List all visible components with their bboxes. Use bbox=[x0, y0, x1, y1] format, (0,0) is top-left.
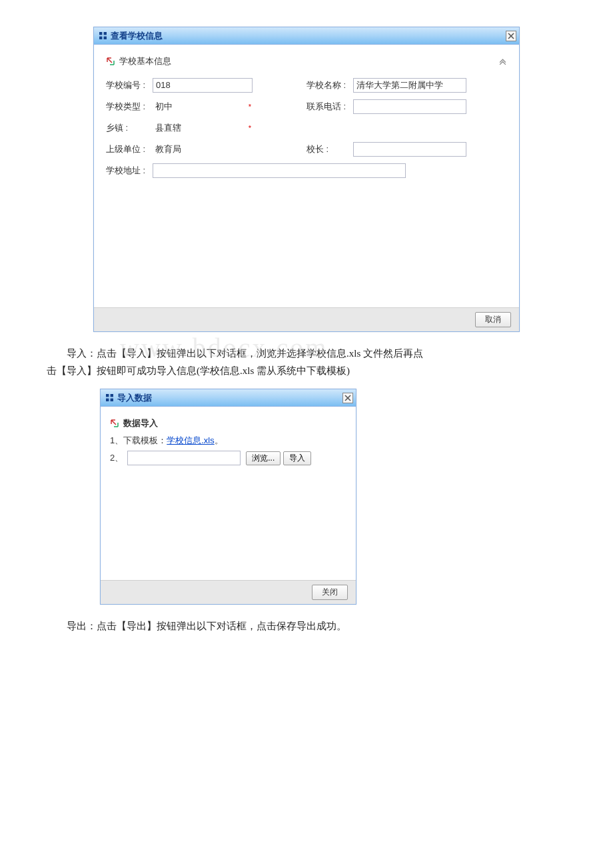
required-mark: * bbox=[247, 103, 253, 111]
value-superior: 教育局 bbox=[153, 142, 253, 157]
dialog-body: 数据导入 1、下载模板： 学校信息.xls 。 2、 浏览... 导入 bbox=[101, 407, 356, 580]
dialog-footer: 取消 bbox=[94, 307, 519, 331]
label-school-no: 学校编号 : bbox=[106, 79, 153, 91]
form-row: 学校类型 : 初中 * 联系电话 : bbox=[106, 99, 507, 114]
close-button[interactable]: 关闭 bbox=[312, 585, 348, 600]
form-area: 学校编号 : 018 学校名称 : 学校类型 : 初中 * 联系电话 : bbox=[106, 73, 507, 299]
input-principal[interactable] bbox=[353, 142, 466, 157]
instruction-text-export: 导出：点击【导出】按钮弹出以下对话框，点击保存导出成功。 bbox=[47, 618, 566, 635]
form-row: 学校编号 : 018 学校名称 : bbox=[106, 78, 507, 93]
dialog-title: 查看学校信息 bbox=[111, 30, 506, 42]
file-path-input[interactable] bbox=[127, 451, 241, 465]
svg-rect-0 bbox=[99, 32, 102, 35]
paragraph-line: 导入：点击【导入】按钮弹出以下对话框，浏览并选择学校信息.xls 文件然后再点 bbox=[67, 348, 423, 359]
dialog-titlebar: 导入数据 bbox=[101, 389, 356, 407]
label-township: 乡镇 : bbox=[106, 122, 153, 134]
close-icon[interactable] bbox=[342, 393, 353, 403]
expand-arrow-icon bbox=[110, 419, 119, 428]
input-school-name[interactable] bbox=[353, 78, 466, 93]
expand-arrow-icon bbox=[106, 57, 115, 66]
import-data-dialog: 导入数据 数据导入 1、下载模板： 学校信息.xls 。 2、 浏览... 导入… bbox=[100, 389, 356, 605]
cancel-button[interactable]: 取消 bbox=[475, 312, 511, 327]
dialog-body: 学校基本信息 学校编号 : 018 学校名称 : 学校类型 : 初中 bbox=[94, 45, 519, 307]
form-row: 学校地址 : bbox=[106, 163, 507, 178]
svg-rect-6 bbox=[106, 394, 109, 397]
dialog-title: 导入数据 bbox=[117, 392, 342, 404]
svg-rect-7 bbox=[111, 394, 113, 397]
paragraph-line: 击【导入】按钮即可成功导入信息(学校信息.xls 需从系统中下载模板) bbox=[47, 365, 350, 376]
label-phone: 联系电话 : bbox=[306, 101, 353, 113]
input-address[interactable] bbox=[153, 163, 406, 178]
section-title: 数据导入 bbox=[123, 417, 346, 429]
svg-rect-8 bbox=[106, 399, 109, 401]
form-row: 上级单位 : 教育局 校长 : bbox=[106, 142, 507, 157]
close-icon[interactable] bbox=[506, 31, 516, 41]
template-download-line: 1、下载模板： 学校信息.xls 。 bbox=[110, 435, 346, 447]
field-principal: 校长 : bbox=[306, 142, 507, 157]
section-header: 学校基本信息 bbox=[106, 53, 507, 73]
value-school-no: 018 bbox=[153, 78, 253, 93]
svg-rect-3 bbox=[104, 37, 107, 39]
instruction-text-import: 导入：点击【导入】按钮弹出以下对话框，浏览并选择学校信息.xls 文件然后再点 … bbox=[47, 345, 566, 379]
label-school-name: 学校名称 : bbox=[306, 79, 353, 91]
collapse-icon[interactable] bbox=[498, 57, 507, 66]
section-title: 学校基本信息 bbox=[119, 55, 498, 67]
field-address: 学校地址 : bbox=[106, 163, 507, 178]
file-upload-line: 2、 浏览... 导入 bbox=[110, 451, 346, 465]
value-township: 县直辖 bbox=[153, 121, 247, 135]
label-address: 学校地址 : bbox=[106, 165, 153, 177]
label-superior: 上级单位 : bbox=[106, 143, 153, 155]
field-phone: 联系电话 : bbox=[306, 99, 507, 114]
dialog-titlebar: 查看学校信息 bbox=[94, 27, 519, 45]
field-township: 乡镇 : 县直辖 * bbox=[106, 121, 306, 135]
field-school-type: 学校类型 : 初中 * bbox=[106, 99, 306, 114]
form-row: 乡镇 : 县直辖 * bbox=[106, 121, 507, 135]
grid-icon bbox=[99, 32, 107, 39]
label-school-type: 学校类型 : bbox=[106, 101, 153, 113]
line-prefix: 2、 bbox=[110, 452, 123, 464]
template-download-link[interactable]: 学校信息.xls bbox=[167, 435, 215, 447]
field-school-name: 学校名称 : bbox=[306, 78, 507, 93]
section-header: 数据导入 bbox=[110, 415, 346, 431]
field-school-no: 学校编号 : 018 bbox=[106, 78, 306, 93]
dialog-footer: 关闭 bbox=[101, 580, 356, 604]
line-prefix: 1、下载模板： bbox=[110, 435, 167, 447]
required-mark: * bbox=[247, 124, 253, 132]
import-button[interactable]: 导入 bbox=[283, 451, 311, 465]
view-school-info-dialog: 查看学校信息 学校基本信息 学校编号 : 018 学校名称 : bbox=[93, 27, 520, 332]
value-school-type: 初中 bbox=[153, 99, 247, 114]
grid-icon bbox=[106, 394, 113, 401]
paragraph-line: 导出：点击【导出】按钮弹出以下对话框，点击保存导出成功。 bbox=[67, 621, 346, 631]
svg-rect-1 bbox=[104, 32, 107, 35]
svg-rect-2 bbox=[99, 37, 102, 39]
svg-rect-9 bbox=[111, 399, 113, 401]
browse-button[interactable]: 浏览... bbox=[246, 451, 281, 465]
input-phone[interactable] bbox=[353, 99, 466, 114]
line-suffix: 。 bbox=[215, 435, 223, 447]
label-principal: 校长 : bbox=[306, 143, 353, 155]
field-superior: 上级单位 : 教育局 bbox=[106, 142, 306, 157]
